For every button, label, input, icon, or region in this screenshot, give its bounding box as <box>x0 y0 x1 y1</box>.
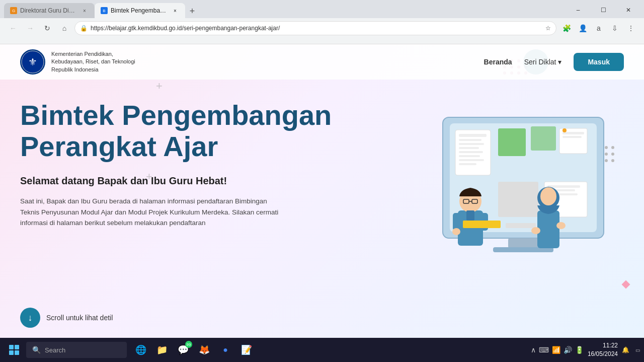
scroll-text: Scroll untuk lihat detil <box>46 314 113 322</box>
svg-point-42 <box>556 222 566 229</box>
svg-rect-9 <box>459 143 484 145</box>
hero-text: Bimtek Pengembangan Perangkat Ajar Selam… <box>20 85 342 229</box>
back-button[interactable]: ← <box>6 21 20 35</box>
svg-rect-11 <box>459 151 483 153</box>
taskbar-firefox[interactable]: 🦊 <box>194 340 214 360</box>
notification-icon[interactable]: 🔔 <box>622 346 629 353</box>
website-content: + + ⚜ Kementerian Pendidikan, Kebudaya <box>0 44 644 338</box>
tab-2[interactable]: B Bimtek Pengembangan Peran... × <box>95 3 185 18</box>
taskbar-apps: 🌐 📁 💬 99 🦊 ● 📝 <box>131 340 257 360</box>
taskbar-right: ∧ ⌨ 📶 🔊 🔋 11:22 16/05/2024 🔔 ▭ <box>531 341 640 358</box>
svg-rect-10 <box>459 147 479 149</box>
scroll-section: ↓ Scroll untuk lihat detil <box>20 308 113 328</box>
svg-rect-16 <box>531 126 556 151</box>
svg-rect-4 <box>508 238 538 248</box>
minimize-button[interactable]: – <box>567 2 590 18</box>
tab-2-close[interactable]: × <box>171 7 179 15</box>
tab-2-label: Bimtek Pengembangan Peran... <box>111 7 168 14</box>
taskbar-clock[interactable]: 11:22 16/05/2024 <box>588 341 618 358</box>
svg-point-34 <box>452 228 460 235</box>
taskbar-system-icons: ∧ ⌨ 📶 🔊 🔋 <box>531 346 584 354</box>
svg-rect-32 <box>453 213 460 231</box>
logo-text: Kementerian Pendidikan, Kebudayaan, Rise… <box>51 50 135 74</box>
masuk-button[interactable]: Masuk <box>574 53 624 71</box>
svg-point-48 <box>611 159 614 162</box>
address-bar[interactable]: 🔒 https://belajar.gtk.kemdikbud.go.id/se… <box>74 21 556 35</box>
taskbar-chrome[interactable]: ● <box>215 340 235 360</box>
logo-section: ⚜ Kementerian Pendidikan, Kebudayaan, Ri… <box>20 49 135 75</box>
windows-icon <box>9 345 19 355</box>
keyboard-icon[interactable]: ⌨ <box>539 346 549 354</box>
start-button[interactable] <box>4 340 24 360</box>
hero-subtitle: Selamat datang Bapak dan Ibu Guru Hebat! <box>20 174 342 188</box>
taskbar-search-box[interactable]: 🔍 Search <box>26 342 127 358</box>
clock-date: 16/05/2024 <box>588 350 618 358</box>
amazon-button[interactable]: a <box>592 21 606 35</box>
svg-rect-8 <box>459 139 481 141</box>
chevron-down-icon: ▾ <box>558 58 561 66</box>
taskbar-edge[interactable]: 🌐 <box>131 340 151 360</box>
logo-line1: Kementerian Pendidikan, <box>51 50 135 58</box>
svg-text:⚜: ⚜ <box>28 56 37 67</box>
tabs-bar: G Direktorat Guru Dikmen&Diks... × B Bim… <box>0 0 644 18</box>
forward-button[interactable]: → <box>23 21 37 35</box>
tab-1[interactable]: G Direktorat Guru Dikmen&Diks... × <box>4 3 95 18</box>
site-nav: Beranda Seri Diklat ▾ Masuk <box>484 53 624 71</box>
svg-point-43 <box>605 146 608 149</box>
svg-rect-12 <box>459 155 480 157</box>
browser-chrome: G Direktorat Guru Dikmen&Diks... × B Bim… <box>0 0 644 44</box>
svg-rect-19 <box>562 136 582 138</box>
nav-beranda[interactable]: Beranda <box>484 58 512 66</box>
new-tab-button[interactable]: + <box>185 4 199 18</box>
home-button[interactable]: ⌂ <box>57 21 71 35</box>
svg-rect-14 <box>459 163 476 165</box>
logo-line3: Republik Indonesia <box>51 66 135 74</box>
wifi-icon[interactable]: 📶 <box>552 346 560 354</box>
nav-actions: 🧩 👤 a ⇩ ⋮ <box>559 21 638 35</box>
tab-1-favicon: G <box>10 7 17 14</box>
taskbar-search-text: Search <box>45 346 65 354</box>
taskbar-file-explorer[interactable]: 📁 <box>152 340 172 360</box>
close-button[interactable]: ✕ <box>617 2 640 18</box>
svg-point-20 <box>562 128 567 132</box>
arrow-down-icon: ↓ <box>28 313 33 323</box>
taskbar-word[interactable]: 📝 <box>236 340 257 360</box>
download-button[interactable]: ⇩ <box>608 21 622 35</box>
nav-bar: ← → ↻ ⌂ 🔒 https://belajar.gtk.kemdikbud.… <box>0 18 644 38</box>
svg-rect-37 <box>506 223 536 228</box>
battery-icon[interactable]: 🔋 <box>575 346 584 354</box>
show-desktop-icon[interactable]: ▭ <box>635 347 640 353</box>
up-arrow-icon[interactable]: ∧ <box>531 346 536 354</box>
taskbar-whatsapp[interactable]: 💬 99 <box>173 340 193 360</box>
nav-seri-diklat[interactable]: Seri Diklat ▾ <box>524 58 562 66</box>
star-icon[interactable]: ☆ <box>545 25 551 32</box>
svg-rect-15 <box>498 128 526 156</box>
svg-point-47 <box>605 159 608 162</box>
svg-point-45 <box>605 153 608 156</box>
extensions-button[interactable]: 🧩 <box>559 21 574 35</box>
svg-point-40 <box>540 187 556 205</box>
svg-rect-35 <box>466 210 474 221</box>
logo-icon: ⚜ <box>20 49 45 75</box>
svg-rect-22 <box>498 182 538 217</box>
tab-1-close[interactable]: × <box>80 7 89 15</box>
menu-button[interactable]: ⋮ <box>624 21 638 35</box>
hero-title: Bimtek Pengembangan Perangkat Ajar <box>20 100 342 162</box>
reload-button[interactable]: ↻ <box>40 21 54 35</box>
svg-point-46 <box>611 153 614 156</box>
clock-time: 11:22 <box>588 341 618 350</box>
svg-rect-13 <box>459 159 484 161</box>
tab-1-label: Direktorat Guru Dikmen&Diks... <box>20 7 77 14</box>
lock-icon: 🔒 <box>80 25 88 32</box>
whatsapp-badge: 99 <box>185 341 192 348</box>
svg-rect-36 <box>463 221 501 228</box>
scroll-down-button[interactable]: ↓ <box>20 308 40 328</box>
maximize-button[interactable]: ☐ <box>592 2 615 18</box>
profile-button[interactable]: 👤 <box>576 21 590 35</box>
svg-point-41 <box>531 227 540 234</box>
svg-point-44 <box>611 146 614 149</box>
logo-line2: Kebudayaan, Riset, dan Teknologi <box>51 58 135 65</box>
url-text: https://belajar.gtk.kemdikbud.go.id/seri… <box>91 25 542 32</box>
volume-icon[interactable]: 🔊 <box>564 346 572 354</box>
hero-content: Bimtek Pengembangan Perangkat Ajar Selam… <box>20 85 644 338</box>
